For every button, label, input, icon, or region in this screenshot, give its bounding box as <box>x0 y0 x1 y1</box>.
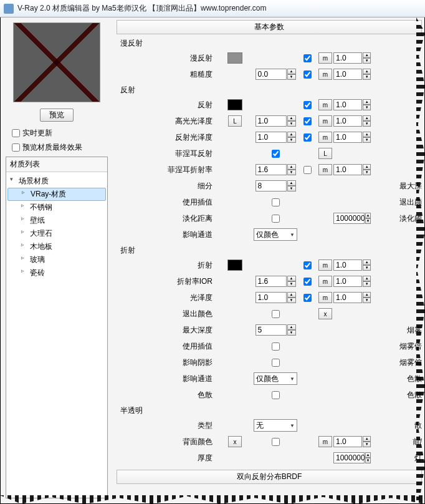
preview-swatch[interactable] <box>13 22 100 102</box>
affect-combo[interactable]: 仅颜色▼ <box>254 228 297 241</box>
diffuse-swatch[interactable] <box>227 52 242 64</box>
tree-item[interactable]: ▹VRay-材质 <box>7 188 106 201</box>
titlebar: V-Ray 2.0 材质编辑器 by Ma5老师汉化 【顶渲网出品】www.to… <box>0 0 425 17</box>
realtime-checkbox[interactable]: 实时更新 <box>12 128 108 138</box>
parameter-panel: 基本参数 漫反射 漫反射m1.0▲▼ 粗糙度0.0▲▼m1.0▲▼ 反射 反射m… <box>113 17 424 503</box>
section-brdf[interactable]: 双向反射分布BRDF <box>117 470 422 484</box>
tree-item[interactable]: ▹玻璃 <box>7 253 106 266</box>
group-reflect: 反射 <box>117 82 422 97</box>
diffuse-check[interactable] <box>303 54 312 62</box>
m-button[interactable]: m <box>318 52 332 64</box>
group-translucency: 半透明 <box>117 403 422 417</box>
tree-item[interactable]: ▹壁纸 <box>7 214 106 227</box>
material-list: 材质列表 ▾场景材质 ▹VRay-材质 ▹不锈钢 ▹壁纸 ▹大理石 ▹木地板 ▹… <box>6 157 108 498</box>
material-tree[interactable]: ▾场景材质 ▹VRay-材质 ▹不锈钢 ▹壁纸 ▹大理石 ▹木地板 ▹玻璃 ▹瓷… <box>6 172 107 498</box>
reflect-swatch[interactable] <box>227 99 242 110</box>
tree-item[interactable]: ▹瓷砖 <box>7 266 106 279</box>
tree-item[interactable]: ▹不锈钢 <box>7 201 106 214</box>
final-checkbox[interactable]: 预览材质最终效果 <box>12 142 108 153</box>
type-combo[interactable]: 无▼ <box>254 419 297 432</box>
spinner[interactable]: ▲▼ <box>363 52 371 64</box>
left-panel: 预览 实时更新 预览材质最终效果 材质列表 ▾场景材质 ▹VRay-材质 ▹不锈… <box>1 17 113 503</box>
lock-button[interactable]: L <box>228 115 242 127</box>
tree-item[interactable]: ▹大理石 <box>7 227 106 240</box>
affect2-combo[interactable]: 仅颜色▼ <box>254 372 297 385</box>
group-diffuse: 漫反射 <box>117 36 422 50</box>
fresnel-check[interactable] <box>272 150 280 158</box>
group-refract: 折射 <box>117 243 422 257</box>
preview-button[interactable]: 预览 <box>40 109 74 122</box>
tree-item[interactable]: ▹木地板 <box>7 240 106 253</box>
refract-swatch[interactable] <box>227 259 242 271</box>
window-title: V-Ray 2.0 材质编辑器 by Ma5老师汉化 【顶渲网出品】www.to… <box>17 3 266 14</box>
tree-root[interactable]: ▾场景材质 <box>7 175 106 188</box>
section-basic[interactable]: 基本参数 <box>117 20 422 34</box>
material-list-title: 材质列表 <box>6 157 107 172</box>
app-icon <box>4 4 14 14</box>
